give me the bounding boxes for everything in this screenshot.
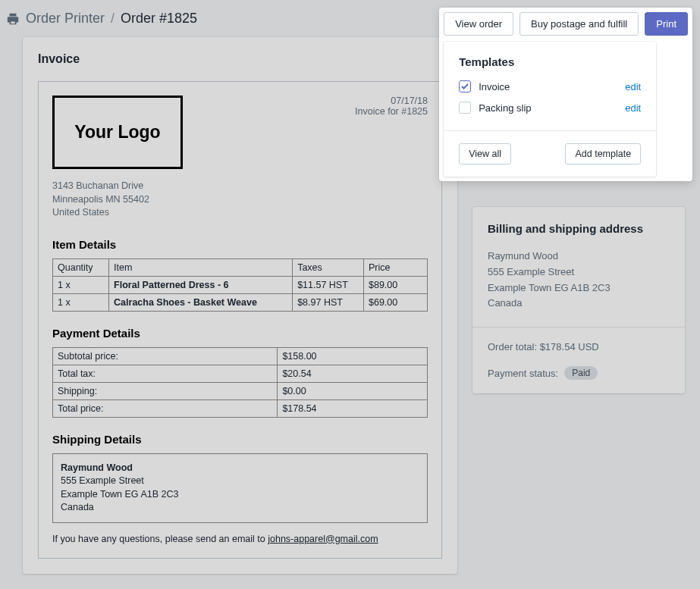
shop-address: 3143 Buchanan Drive Minneapolis MN 55402…: [52, 180, 428, 220]
template-label: Packing slip: [479, 102, 625, 114]
edit-template-link[interactable]: edit: [625, 102, 641, 114]
cell-taxes: $11.57 HST: [293, 276, 364, 293]
edit-template-link[interactable]: edit: [625, 81, 641, 92]
item-details-heading: Item Details: [52, 238, 428, 251]
payment-details-heading: Payment Details: [52, 327, 428, 340]
shipping-details-heading: Shipping Details: [52, 433, 428, 446]
breadcrumb-current: Order #1825: [121, 11, 197, 27]
payment-label: Subtotal price:: [53, 347, 278, 365]
cell-price: $69.00: [364, 293, 428, 311]
table-row: 1 xCalracha Shoes - Basket Weave$8.97 HS…: [53, 293, 428, 311]
breadcrumb: Order Printer / Order #1825: [6, 11, 197, 27]
table-row: Shipping:$0.00: [53, 382, 428, 399]
template-checkbox[interactable]: [459, 80, 471, 92]
view-all-button[interactable]: View all: [459, 143, 511, 164]
invoice-preview: Your Logo 07/17/18 Invoice for #1825 314…: [38, 81, 442, 559]
footer-note: If you have any questions, please send a…: [52, 534, 428, 544]
footer-email-link[interactable]: johns-apparel@gmail.com: [268, 534, 378, 544]
table-row: Subtotal price:$158.00: [53, 347, 428, 365]
cell-qty: 1 x: [53, 293, 109, 311]
invoice-card: Invoice Your Logo 07/17/18 Invoice for #…: [23, 37, 457, 574]
template-row: Packing slipedit: [459, 97, 641, 118]
order-total-value: $178.54 USD: [540, 341, 599, 352]
invoice-card-title: Invoice: [38, 52, 442, 66]
payment-status-label: Payment status:: [488, 368, 558, 379]
print-button[interactable]: Print: [645, 12, 688, 36]
invoice-for: Invoice for #1825: [355, 106, 428, 117]
payment-status-row: Payment status: Paid: [488, 366, 670, 380]
col-qty: Quantity: [53, 258, 109, 276]
items-table: Quantity Item Taxes Price 1 xFloral Patt…: [52, 258, 428, 312]
cell-item: Floral Patterned Dress - 6: [109, 276, 293, 293]
col-price: Price: [364, 258, 428, 276]
billing-line: Example Town EG A1B 2C3: [488, 280, 670, 296]
col-item: Item: [109, 258, 293, 276]
cell-price: $89.00: [364, 276, 428, 293]
payment-label: Total tax:: [53, 365, 278, 382]
order-total-label: Order total:: [488, 341, 540, 352]
shop-address-line: Minneapolis MN 55402: [52, 193, 428, 207]
add-template-button[interactable]: Add template: [565, 143, 641, 164]
order-total-row: Order total: $178.54 USD: [488, 341, 670, 352]
breadcrumb-separator: /: [111, 11, 115, 27]
shipping-name: Raymund Wood: [61, 462, 419, 475]
payment-value: $178.54: [278, 399, 428, 417]
shipping-box: Raymund Wood 555 Example Street Example …: [52, 453, 428, 523]
printer-icon: [6, 12, 20, 26]
billing-heading: Billing and shipping address: [488, 222, 670, 235]
template-row: Invoiceedit: [459, 76, 641, 97]
footer-prefix: If you have any questions, please send a…: [52, 534, 268, 544]
cell-taxes: $8.97 HST: [293, 293, 364, 311]
payment-value: $0.00: [278, 382, 428, 399]
templates-panel: Templates InvoiceeditPacking slipedit Vi…: [444, 42, 656, 177]
billing-line: Canada: [488, 296, 670, 312]
billing-panel: Billing and shipping address Raymund Woo…: [472, 207, 685, 393]
view-order-button[interactable]: View order: [444, 12, 513, 36]
billing-line: 555 Example Street: [488, 265, 670, 280]
table-row: Total tax:$20.54: [53, 365, 428, 382]
invoice-date: 07/17/18: [355, 96, 428, 106]
shipping-line: Canada: [61, 501, 419, 515]
table-row: 1 xFloral Patterned Dress - 6$11.57 HST$…: [53, 276, 428, 293]
billing-name: Raymund Wood: [488, 249, 670, 265]
payment-value: $20.54: [278, 365, 428, 382]
template-checkbox[interactable]: [459, 102, 471, 114]
col-taxes: Taxes: [293, 258, 364, 276]
logo-placeholder: Your Logo: [52, 96, 183, 169]
table-row: Total price:$178.54: [53, 399, 428, 417]
shipping-line: 555 Example Street: [61, 475, 419, 488]
status-badge: Paid: [564, 366, 598, 380]
cell-qty: 1 x: [53, 276, 109, 293]
template-label: Invoice: [479, 81, 625, 92]
templates-heading: Templates: [444, 42, 656, 76]
payment-label: Total price:: [53, 399, 278, 417]
payment-table: Subtotal price:$158.00Total tax:$20.54Sh…: [52, 347, 428, 418]
shop-address-line: 3143 Buchanan Drive: [52, 180, 428, 193]
cell-item: Calracha Shoes - Basket Weave: [109, 293, 293, 311]
payment-value: $158.00: [278, 347, 428, 365]
shipping-line: Example Town EG A1B 2C3: [61, 488, 419, 502]
payment-label: Shipping:: [53, 382, 278, 399]
breadcrumb-app[interactable]: Order Printer: [26, 11, 105, 27]
shop-address-line: United States: [52, 206, 428, 220]
buy-postage-button[interactable]: Buy postage and fulfill: [520, 12, 639, 36]
